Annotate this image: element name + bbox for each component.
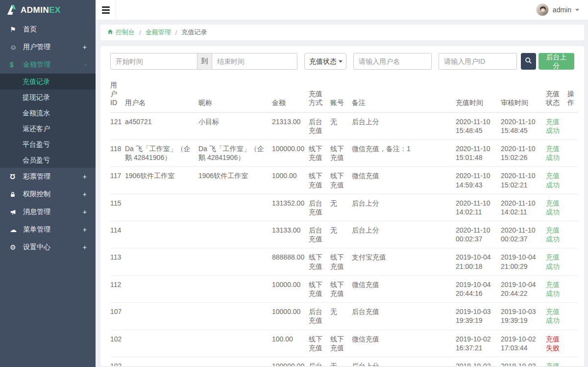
sidebar-subitem-platform-pnl[interactable]: 平台盈亏 xyxy=(0,136,96,152)
sidebar-item-home[interactable]: ⚑ 首页 xyxy=(0,21,96,38)
cell-account: 线下充值 xyxy=(330,139,352,166)
cell-remark: 微信充值 xyxy=(352,330,456,357)
sidebar-item-label: 用户管理 xyxy=(23,43,83,52)
cell-remark: 后台上分 xyxy=(352,112,456,139)
user-name: admin xyxy=(553,6,571,14)
breadcrumb-amount-link[interactable]: 金额管理 xyxy=(146,28,171,37)
search-button[interactable] xyxy=(521,53,536,70)
sidebar-item-menu-management[interactable]: ☁ 菜单管理 + xyxy=(0,221,96,238)
sidebar-subitem-withdraw-records[interactable]: 提现记录 xyxy=(0,89,96,105)
recharge-status-select[interactable]: 充值状态 xyxy=(304,53,346,70)
cell-account: 线下充值 xyxy=(330,248,352,275)
end-time-input[interactable] xyxy=(212,53,297,70)
sidebar-item-message-management[interactable]: 消息管理 + xyxy=(0,203,96,221)
sidebar-item-permission-control[interactable]: 权限控制 + xyxy=(0,185,96,203)
cell-status: 充值成功 xyxy=(546,303,567,330)
sidebar-item-settings-center[interactable]: ⚙ 设置中心 + xyxy=(0,238,96,256)
status-badge: 充值成功 xyxy=(546,253,560,270)
cell-method: 后台充值 xyxy=(309,221,330,248)
sidebar-item-label: 消息管理 xyxy=(23,208,83,216)
status-badge: 充值失败 xyxy=(546,335,560,352)
column-header-audit_time: 审核时间 xyxy=(501,79,546,112)
admin-logo-icon xyxy=(6,4,17,17)
cell-method: 线下充值 xyxy=(309,275,330,302)
column-header-remark: 备注 xyxy=(352,79,456,112)
cell-method: 线下充值 xyxy=(309,167,330,194)
plus-icon: + xyxy=(83,226,87,234)
table-row: 102100000.00后台充值无后台上分2019-10-02 16:31:41… xyxy=(110,357,578,366)
table-row: 115131352.00后台充值无后台上分2020-11-10 14:02:11… xyxy=(110,194,578,221)
sidebar-subitem-amount-flow[interactable]: 金额流水 xyxy=(0,105,96,121)
cell-remark: 微信充值 xyxy=(352,167,456,194)
cell-remark: 微信充值，备注：1 xyxy=(352,139,456,166)
sidebar-subitem-member-pnl[interactable]: 会员盈亏 xyxy=(0,152,96,168)
sidebar-item-label: 设置中心 xyxy=(23,243,83,252)
userid-input[interactable] xyxy=(439,53,517,70)
table-row: 11210000.00线下充值线下充值微信充值2019-10-04 20:44:… xyxy=(110,275,578,302)
cell-id: 121 xyxy=(110,112,125,139)
cell-action xyxy=(567,303,578,330)
breadcrumb-console-link[interactable]: 控制台 xyxy=(107,28,135,37)
cell-recharge_time: 2020-11-10 15:48:45 xyxy=(456,112,501,139)
cell-id: 102 xyxy=(110,357,125,366)
column-header-nickname: 昵称 xyxy=(198,79,272,112)
backend-credit-button[interactable]: 后台上分 xyxy=(539,53,574,70)
sidebar-subitem-return-customer[interactable]: 返还客户 xyxy=(0,121,96,136)
username-input[interactable] xyxy=(353,53,432,70)
avatar xyxy=(536,3,549,16)
cell-action xyxy=(567,357,578,366)
user-icon: ☺ xyxy=(10,43,23,51)
magnet-icon: Ʊ xyxy=(10,173,23,181)
cell-audit_time: 2019-10-02 16:31:41 xyxy=(501,357,546,366)
filter-buttons: 后台上分 xyxy=(521,53,574,70)
gear-icon: ⚙ xyxy=(10,243,23,251)
start-time-input[interactable] xyxy=(110,53,197,70)
sidebar-item-label: 彩票管理 xyxy=(23,172,83,181)
table-row: 118Da 飞「工作室」（企鹅 42841906）Da 飞「工作室」（企鹅 42… xyxy=(110,139,578,166)
cell-recharge_time: 2020-11-10 15:01:48 xyxy=(456,139,501,166)
user-menu[interactable]: admin xyxy=(536,3,588,16)
cell-nickname xyxy=(198,330,272,357)
sidebar-item-amount-management[interactable]: $ 金额管理 - xyxy=(0,56,96,74)
sidebar-item-label: 权限控制 xyxy=(23,190,83,199)
cell-status: 充值成功 xyxy=(546,275,567,302)
cell-action xyxy=(567,330,578,357)
cell-username xyxy=(125,221,198,248)
cell-amount: 1000.00 xyxy=(272,167,309,194)
cell-recharge_time: 2019-10-03 19:39:19 xyxy=(456,303,501,330)
cell-username xyxy=(125,275,198,302)
cell-audit_time: 2020-11-10 00:02:37 xyxy=(501,221,546,248)
cell-recharge_time: 2020-11-10 14:02:11 xyxy=(456,194,501,221)
column-header-status: 充值状态 xyxy=(546,79,567,112)
cell-account: 无 xyxy=(330,112,352,139)
table-row: 11413133.00后台充值无后台上分2020-11-10 00:02:372… xyxy=(110,221,578,248)
cell-action xyxy=(567,194,578,221)
sidebar-item-user-management[interactable]: ☺ 用户管理 + xyxy=(0,38,96,56)
sidebar-item-label: 金额管理 xyxy=(23,60,84,69)
filter-bar: 到 充值状态 后台上分 xyxy=(110,53,574,70)
sidebar-subitem-recharge-records[interactable]: 充值记录 xyxy=(0,74,96,89)
brand-logo: ADMINEX xyxy=(0,0,96,21)
cell-account: 无 xyxy=(330,357,352,366)
cell-amount: 888888.00 xyxy=(272,248,309,275)
cell-audit_time: 2020-11-10 14:02:11 xyxy=(501,194,546,221)
cell-remark: 支付宝充值 xyxy=(352,248,456,275)
topbar: admin xyxy=(96,0,588,20)
table-row: 10710000.00后台充值无后台充值2019-10-03 19:39:192… xyxy=(110,303,578,330)
hamburger-menu-button[interactable] xyxy=(96,0,116,20)
flag-icon: ⚑ xyxy=(10,26,23,33)
column-header-username: 用户名 xyxy=(125,79,198,112)
cloud-icon: ☁ xyxy=(10,226,23,234)
cell-nickname xyxy=(198,275,272,302)
lock-icon xyxy=(10,191,23,198)
status-badge: 充值成功 xyxy=(546,308,560,324)
status-badge: 充值成功 xyxy=(546,118,560,134)
date-range-group: 到 xyxy=(110,53,297,70)
cell-audit_time: 2019-10-03 19:39:19 xyxy=(501,303,546,330)
cell-id: 115 xyxy=(110,194,125,221)
cell-amount: 100000.00 xyxy=(272,139,309,166)
sidebar-item-lottery-management[interactable]: Ʊ 彩票管理 + xyxy=(0,168,96,185)
cell-amount: 21313.00 xyxy=(272,112,309,139)
recharge-records-table: 用户ID用户名昵称金额充值方式账号备注充值时间审核时间充值状态操作 121a45… xyxy=(110,79,578,366)
cell-method: 后台充值 xyxy=(309,112,330,139)
